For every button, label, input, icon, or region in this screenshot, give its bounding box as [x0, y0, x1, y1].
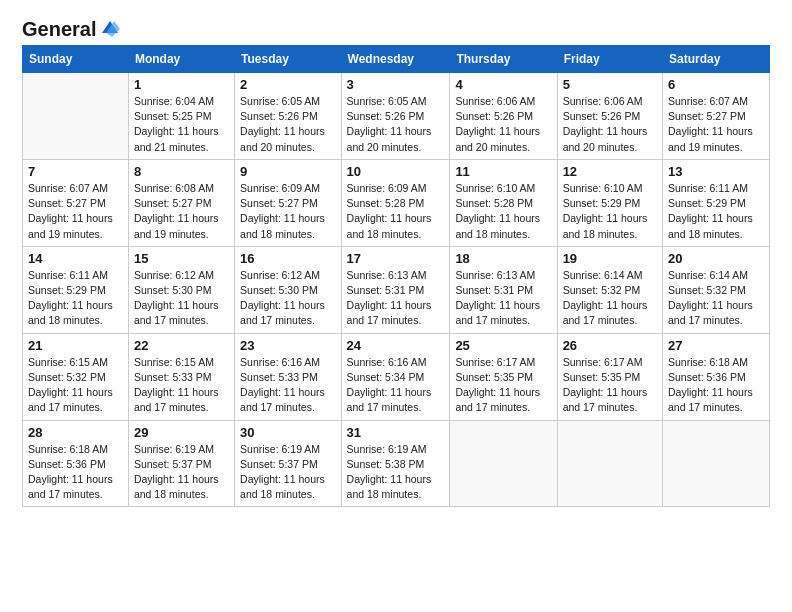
day-number: 11: [455, 164, 551, 179]
day-info: Sunrise: 6:13 AM Sunset: 5:31 PM Dayligh…: [347, 268, 445, 329]
logo: General: [22, 18, 120, 37]
logo-general: General: [22, 18, 96, 41]
day-number: 20: [668, 251, 764, 266]
day-number: 19: [563, 251, 657, 266]
calendar-week-row: 28Sunrise: 6:18 AM Sunset: 5:36 PM Dayli…: [23, 420, 770, 507]
day-number: 23: [240, 338, 335, 353]
calendar-cell: 24Sunrise: 6:16 AM Sunset: 5:34 PM Dayli…: [341, 333, 450, 420]
day-info: Sunrise: 6:07 AM Sunset: 5:27 PM Dayligh…: [28, 181, 123, 242]
calendar-cell: 5Sunrise: 6:06 AM Sunset: 5:26 PM Daylig…: [557, 73, 662, 160]
logo-icon: [98, 19, 120, 37]
day-info: Sunrise: 6:16 AM Sunset: 5:33 PM Dayligh…: [240, 355, 335, 416]
day-number: 26: [563, 338, 657, 353]
calendar-cell: 11Sunrise: 6:10 AM Sunset: 5:28 PM Dayli…: [450, 159, 557, 246]
calendar-cell: 26Sunrise: 6:17 AM Sunset: 5:35 PM Dayli…: [557, 333, 662, 420]
day-info: Sunrise: 6:13 AM Sunset: 5:31 PM Dayligh…: [455, 268, 551, 329]
calendar-cell: 19Sunrise: 6:14 AM Sunset: 5:32 PM Dayli…: [557, 246, 662, 333]
calendar-cell: 12Sunrise: 6:10 AM Sunset: 5:29 PM Dayli…: [557, 159, 662, 246]
day-info: Sunrise: 6:08 AM Sunset: 5:27 PM Dayligh…: [134, 181, 229, 242]
calendar-cell: 15Sunrise: 6:12 AM Sunset: 5:30 PM Dayli…: [128, 246, 234, 333]
calendar-cell: [557, 420, 662, 507]
day-info: Sunrise: 6:12 AM Sunset: 5:30 PM Dayligh…: [134, 268, 229, 329]
day-info: Sunrise: 6:16 AM Sunset: 5:34 PM Dayligh…: [347, 355, 445, 416]
day-info: Sunrise: 6:09 AM Sunset: 5:28 PM Dayligh…: [347, 181, 445, 242]
calendar-cell: 3Sunrise: 6:05 AM Sunset: 5:26 PM Daylig…: [341, 73, 450, 160]
calendar-cell: 8Sunrise: 6:08 AM Sunset: 5:27 PM Daylig…: [128, 159, 234, 246]
header: General: [22, 18, 770, 37]
weekday-header: Thursday: [450, 46, 557, 73]
day-info: Sunrise: 6:17 AM Sunset: 5:35 PM Dayligh…: [563, 355, 657, 416]
calendar-cell: 23Sunrise: 6:16 AM Sunset: 5:33 PM Dayli…: [235, 333, 341, 420]
day-number: 30: [240, 425, 335, 440]
calendar-header-row: SundayMondayTuesdayWednesdayThursdayFrid…: [23, 46, 770, 73]
day-info: Sunrise: 6:11 AM Sunset: 5:29 PM Dayligh…: [28, 268, 123, 329]
day-info: Sunrise: 6:18 AM Sunset: 5:36 PM Dayligh…: [668, 355, 764, 416]
calendar-cell: [663, 420, 770, 507]
day-number: 22: [134, 338, 229, 353]
day-number: 27: [668, 338, 764, 353]
calendar-week-row: 14Sunrise: 6:11 AM Sunset: 5:29 PM Dayli…: [23, 246, 770, 333]
day-number: 15: [134, 251, 229, 266]
day-number: 3: [347, 77, 445, 92]
day-info: Sunrise: 6:12 AM Sunset: 5:30 PM Dayligh…: [240, 268, 335, 329]
calendar-cell: 14Sunrise: 6:11 AM Sunset: 5:29 PM Dayli…: [23, 246, 129, 333]
day-info: Sunrise: 6:10 AM Sunset: 5:29 PM Dayligh…: [563, 181, 657, 242]
calendar-cell: 18Sunrise: 6:13 AM Sunset: 5:31 PM Dayli…: [450, 246, 557, 333]
day-number: 5: [563, 77, 657, 92]
page: General SundayMondayTuesdayWednesdayThur…: [0, 0, 792, 612]
day-info: Sunrise: 6:18 AM Sunset: 5:36 PM Dayligh…: [28, 442, 123, 503]
day-info: Sunrise: 6:19 AM Sunset: 5:37 PM Dayligh…: [134, 442, 229, 503]
day-info: Sunrise: 6:17 AM Sunset: 5:35 PM Dayligh…: [455, 355, 551, 416]
day-info: Sunrise: 6:04 AM Sunset: 5:25 PM Dayligh…: [134, 94, 229, 155]
day-number: 12: [563, 164, 657, 179]
day-info: Sunrise: 6:15 AM Sunset: 5:33 PM Dayligh…: [134, 355, 229, 416]
day-number: 21: [28, 338, 123, 353]
calendar-cell: 6Sunrise: 6:07 AM Sunset: 5:27 PM Daylig…: [663, 73, 770, 160]
calendar-week-row: 7Sunrise: 6:07 AM Sunset: 5:27 PM Daylig…: [23, 159, 770, 246]
day-number: 9: [240, 164, 335, 179]
day-number: 16: [240, 251, 335, 266]
weekday-header: Monday: [128, 46, 234, 73]
weekday-header: Saturday: [663, 46, 770, 73]
day-info: Sunrise: 6:19 AM Sunset: 5:37 PM Dayligh…: [240, 442, 335, 503]
calendar-cell: 1Sunrise: 6:04 AM Sunset: 5:25 PM Daylig…: [128, 73, 234, 160]
day-number: 8: [134, 164, 229, 179]
weekday-header: Wednesday: [341, 46, 450, 73]
day-number: 31: [347, 425, 445, 440]
calendar-cell: 17Sunrise: 6:13 AM Sunset: 5:31 PM Dayli…: [341, 246, 450, 333]
calendar-cell: 4Sunrise: 6:06 AM Sunset: 5:26 PM Daylig…: [450, 73, 557, 160]
day-number: 24: [347, 338, 445, 353]
day-info: Sunrise: 6:06 AM Sunset: 5:26 PM Dayligh…: [563, 94, 657, 155]
day-info: Sunrise: 6:05 AM Sunset: 5:26 PM Dayligh…: [240, 94, 335, 155]
calendar-cell: [23, 73, 129, 160]
calendar-cell: [450, 420, 557, 507]
day-number: 10: [347, 164, 445, 179]
day-number: 4: [455, 77, 551, 92]
day-number: 28: [28, 425, 123, 440]
day-number: 14: [28, 251, 123, 266]
day-number: 2: [240, 77, 335, 92]
day-info: Sunrise: 6:06 AM Sunset: 5:26 PM Dayligh…: [455, 94, 551, 155]
calendar-week-row: 1Sunrise: 6:04 AM Sunset: 5:25 PM Daylig…: [23, 73, 770, 160]
day-info: Sunrise: 6:15 AM Sunset: 5:32 PM Dayligh…: [28, 355, 123, 416]
weekday-header: Friday: [557, 46, 662, 73]
calendar-cell: 16Sunrise: 6:12 AM Sunset: 5:30 PM Dayli…: [235, 246, 341, 333]
calendar-table: SundayMondayTuesdayWednesdayThursdayFrid…: [22, 45, 770, 507]
calendar-cell: 25Sunrise: 6:17 AM Sunset: 5:35 PM Dayli…: [450, 333, 557, 420]
calendar-cell: 28Sunrise: 6:18 AM Sunset: 5:36 PM Dayli…: [23, 420, 129, 507]
calendar-cell: 27Sunrise: 6:18 AM Sunset: 5:36 PM Dayli…: [663, 333, 770, 420]
day-number: 1: [134, 77, 229, 92]
day-number: 18: [455, 251, 551, 266]
day-number: 7: [28, 164, 123, 179]
day-number: 25: [455, 338, 551, 353]
calendar-cell: 20Sunrise: 6:14 AM Sunset: 5:32 PM Dayli…: [663, 246, 770, 333]
day-number: 13: [668, 164, 764, 179]
weekday-header: Sunday: [23, 46, 129, 73]
day-info: Sunrise: 6:10 AM Sunset: 5:28 PM Dayligh…: [455, 181, 551, 242]
day-info: Sunrise: 6:19 AM Sunset: 5:38 PM Dayligh…: [347, 442, 445, 503]
day-info: Sunrise: 6:11 AM Sunset: 5:29 PM Dayligh…: [668, 181, 764, 242]
calendar-cell: 13Sunrise: 6:11 AM Sunset: 5:29 PM Dayli…: [663, 159, 770, 246]
day-number: 17: [347, 251, 445, 266]
calendar-cell: 9Sunrise: 6:09 AM Sunset: 5:27 PM Daylig…: [235, 159, 341, 246]
day-info: Sunrise: 6:14 AM Sunset: 5:32 PM Dayligh…: [563, 268, 657, 329]
